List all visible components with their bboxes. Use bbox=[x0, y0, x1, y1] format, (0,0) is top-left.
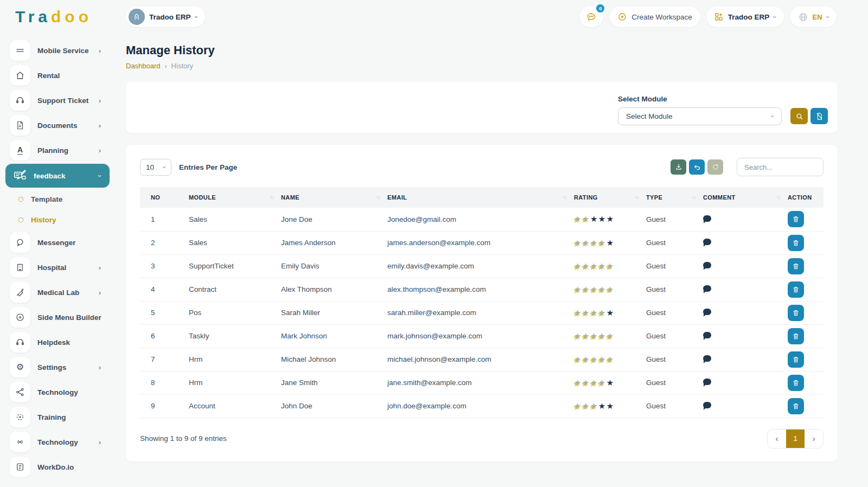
pagination-prev-button[interactable]: ‹ bbox=[768, 430, 786, 448]
delete-button[interactable] bbox=[788, 258, 804, 274]
export-button[interactable] bbox=[671, 159, 686, 175]
comment-icon[interactable] bbox=[703, 402, 711, 408]
sidebar-item-training[interactable]: Training bbox=[0, 405, 115, 430]
sidebar-item-documents[interactable]: Documents › bbox=[0, 113, 115, 138]
sidebar-subitem-history[interactable]: History bbox=[0, 209, 115, 230]
sidebar-item-side-menu-builder[interactable]: Side Menu Builder bbox=[0, 305, 115, 330]
cell-action bbox=[788, 278, 824, 301]
sidebar-item-messenger[interactable]: Messenger bbox=[0, 230, 115, 255]
cell-module: Account bbox=[189, 394, 281, 418]
column-header-email[interactable]: EMAIL↑↓ bbox=[387, 187, 574, 208]
trash-icon bbox=[792, 239, 800, 247]
delete-button[interactable] bbox=[788, 375, 804, 391]
sidebar-item-rental[interactable]: Rental bbox=[0, 63, 115, 88]
cell-email: Jonedoe@gmail.com bbox=[387, 208, 574, 231]
star-rating: ★★★★★ bbox=[574, 355, 615, 364]
delete-button[interactable] bbox=[788, 351, 804, 368]
cell-name: Jane Smith bbox=[281, 371, 387, 394]
cell-email: alex.thompson@example.com bbox=[387, 278, 574, 301]
cell-type: Guest bbox=[646, 394, 703, 418]
entries-per-page-select[interactable]: 10 › bbox=[140, 159, 171, 176]
cell-no: 8 bbox=[140, 371, 189, 394]
table-search-input[interactable] bbox=[737, 158, 824, 176]
comment-icon[interactable] bbox=[703, 355, 711, 362]
comment-icon[interactable] bbox=[703, 262, 711, 268]
sidebar-item-support-ticket[interactable]: Support Ticket › bbox=[0, 88, 115, 113]
delete-button[interactable] bbox=[788, 211, 804, 227]
chevron-right-icon: › bbox=[99, 438, 101, 446]
pagination-page-1[interactable]: 1 bbox=[786, 430, 805, 448]
sort-icon[interactable]: ↑↓ bbox=[563, 195, 567, 200]
column-header-type[interactable]: TYPE↑↓ bbox=[646, 187, 703, 208]
column-header-module[interactable]: MODULE↑↓ bbox=[189, 187, 281, 208]
select-module-label: Select Module bbox=[618, 95, 782, 103]
cell-comment bbox=[703, 348, 788, 371]
sidebar-item-mobile-service[interactable]: Mobile Service › bbox=[0, 38, 115, 63]
sidebar-item-settings[interactable]: ⚙ Settings › bbox=[0, 355, 115, 380]
sort-icon[interactable]: ↑↓ bbox=[376, 195, 380, 200]
delete-button[interactable] bbox=[788, 398, 804, 414]
comment-icon[interactable] bbox=[703, 379, 711, 385]
sidebar-item-technology-2[interactable]: Technology › bbox=[0, 430, 115, 454]
cell-no: 7 bbox=[140, 348, 189, 371]
breadcrumb-dashboard-link[interactable]: Dashboard bbox=[126, 62, 161, 70]
delete-button[interactable] bbox=[788, 328, 804, 344]
sidebar-item-feedback[interactable]: feedback › bbox=[5, 164, 110, 188]
download-icon bbox=[675, 163, 682, 171]
delete-button[interactable] bbox=[788, 305, 804, 321]
comment-icon[interactable] bbox=[703, 215, 711, 222]
cell-action bbox=[788, 231, 824, 254]
column-header-comment[interactable]: COMMENT↑↓ bbox=[703, 187, 788, 208]
language-selector[interactable]: EN › bbox=[790, 7, 837, 27]
comment-icon[interactable] bbox=[703, 239, 711, 245]
filter-search-button[interactable] bbox=[790, 108, 808, 124]
cell-email: michael.johnson@example.com bbox=[387, 348, 574, 371]
cell-module: Taskly bbox=[189, 324, 281, 348]
column-header-name[interactable]: NAME↑↓ bbox=[281, 187, 387, 208]
delete-button[interactable] bbox=[788, 235, 804, 251]
filter-clear-button[interactable] bbox=[810, 108, 828, 124]
sort-icon[interactable]: ↑↓ bbox=[777, 195, 781, 200]
undo-button[interactable] bbox=[689, 159, 705, 175]
headset-icon bbox=[10, 332, 30, 353]
sidebar-subitem-template[interactable]: Template bbox=[0, 189, 115, 209]
message-count-badge: 0 bbox=[596, 4, 604, 12]
sidebar-item-helpdesk[interactable]: Helpdesk bbox=[0, 330, 115, 355]
sidebar-item-planning[interactable]: A Planning › bbox=[0, 138, 115, 163]
broadcast-icon bbox=[10, 432, 30, 452]
workspace-selector[interactable]: Tradoo ERP › bbox=[126, 7, 205, 27]
chevron-down-icon: › bbox=[768, 115, 776, 117]
sidebar-item-technology-1[interactable]: Technology bbox=[0, 380, 115, 405]
brand-logo[interactable]: Tradoo bbox=[0, 8, 115, 26]
sort-icon[interactable]: ↑↓ bbox=[635, 195, 639, 200]
table-row: 4ContractAlex Thompsonalex.thompson@exam… bbox=[140, 278, 824, 301]
column-header-no[interactable]: NO bbox=[140, 187, 189, 208]
sort-icon[interactable]: ↑↓ bbox=[270, 195, 274, 200]
sidebar-item-label: Planning bbox=[37, 146, 99, 155]
logo-text-teal: Tra bbox=[15, 8, 51, 25]
refresh-button[interactable] bbox=[707, 159, 723, 175]
chevron-right-icon: › bbox=[99, 146, 101, 155]
create-workspace-button[interactable]: Create Workspace bbox=[610, 7, 700, 27]
clear-filter-icon bbox=[815, 112, 824, 120]
headset-icon bbox=[10, 90, 30, 111]
chevron-right-icon: › bbox=[99, 264, 101, 272]
page-title: Manage History bbox=[126, 43, 838, 57]
sidebar-item-hospital[interactable]: Hospital › bbox=[0, 255, 115, 280]
module-select[interactable]: Select Module › bbox=[618, 107, 782, 125]
cell-action bbox=[788, 371, 824, 394]
messages-button[interactable]: 0 bbox=[579, 7, 603, 27]
delete-button[interactable] bbox=[788, 281, 804, 298]
app-switcher-button[interactable]: Tradoo ERP › bbox=[706, 7, 784, 27]
comment-icon[interactable] bbox=[703, 332, 711, 338]
cell-comment bbox=[703, 324, 788, 348]
cell-email: emily.davis@example.com bbox=[387, 254, 574, 278]
sidebar-item-workdo[interactable]: WorkDo.io bbox=[0, 454, 115, 479]
sort-icon[interactable]: ↑↓ bbox=[692, 195, 696, 200]
comment-icon[interactable] bbox=[703, 285, 711, 292]
sidebar-item-medical-lab[interactable]: Medical Lab › bbox=[0, 280, 115, 305]
comment-icon[interactable] bbox=[703, 309, 711, 315]
cell-rating: ★★★★★ bbox=[574, 208, 646, 231]
column-header-rating[interactable]: RATING↑↓ bbox=[574, 187, 646, 208]
pagination-next-button[interactable]: › bbox=[805, 430, 823, 448]
